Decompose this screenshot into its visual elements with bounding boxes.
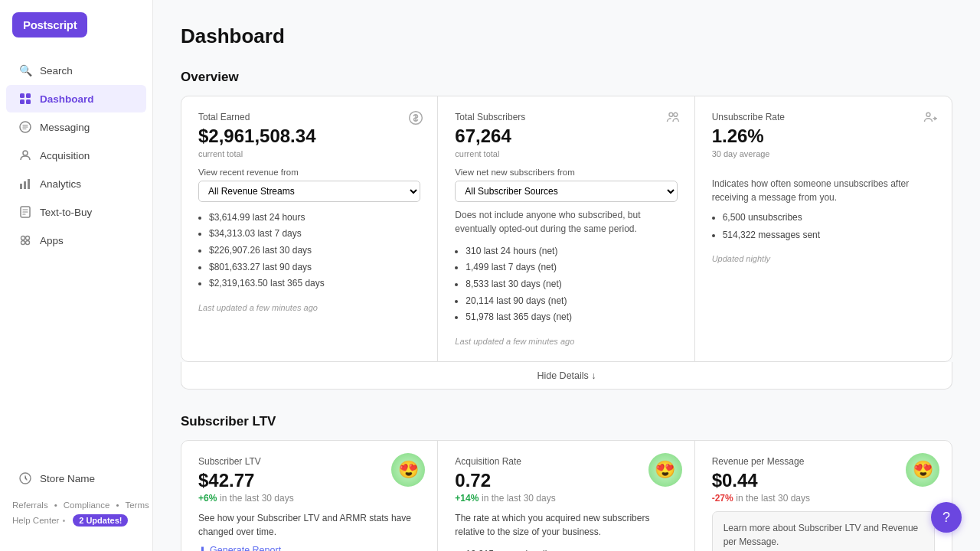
acquisition-rate-card: 😍 Acquisition Rate 0.72 +14% in the last… [438, 441, 694, 551]
acquisition-label: Acquisition Rate [455, 456, 677, 467]
apps-icon [18, 233, 32, 247]
svg-rect-0 [20, 93, 24, 98]
help-center-link[interactable]: Help Center [12, 516, 59, 525]
acquisition-change: +14% [455, 493, 479, 504]
rpm-change: -27% [712, 493, 733, 504]
svg-point-18 [926, 112, 930, 116]
unsubscribe-rate-card: Unsubscribe Rate 1.26% 30 day average In… [695, 96, 952, 361]
unsubscribe-sub: 30 day average [712, 149, 935, 158]
rpm-emoji: 😍 [906, 453, 939, 487]
rpm-change-period: in the last 30 days [736, 493, 810, 504]
list-item: 310 last 24 hours (net) [466, 243, 677, 260]
sidebar-item-text-to-buy[interactable]: Text-to-Buy [6, 198, 146, 226]
total-earned-list: $3,614.99 last 24 hours $34,313.03 last … [198, 210, 420, 292]
svg-point-12 [21, 241, 25, 245]
sidebar-item-search[interactable]: 🔍 Search [6, 57, 146, 84]
unsubscribe-value: 1.26% [712, 126, 935, 148]
main-content: Dashboard Overview Total Earned $2,961,5… [153, 0, 980, 551]
ltv-change: +6% [198, 493, 217, 504]
svg-point-11 [26, 236, 30, 240]
acquisition-value: 0.72 [455, 470, 677, 492]
svg-rect-7 [24, 181, 26, 189]
page-title: Dashboard [181, 24, 952, 48]
svg-rect-3 [26, 99, 31, 104]
dashboard-icon [18, 92, 32, 106]
list-item: $801,633.27 last 90 days [209, 259, 420, 276]
ltv-change-period: in the last 30 days [220, 493, 294, 504]
total-subscribers-sub: current total [455, 149, 677, 158]
unsubscribe-footer: Updated nightly [712, 254, 935, 263]
store-name-label: Store Name [40, 473, 95, 484]
revenue-streams-dropdown[interactable]: All Revenue Streams [198, 181, 420, 202]
compliance-link[interactable]: Compliance [64, 500, 110, 510]
sidebar-nav: 🔍 Search Dashboard Messaging Acquisition [0, 56, 152, 255]
logo-button[interactable]: Postscript [12, 12, 87, 37]
subscribers-note: Does not include anyone who subscribed, … [455, 208, 677, 236]
sidebar-item-label: Analytics [40, 178, 81, 190]
total-earned-label: Total Earned [198, 112, 420, 122]
list-item: $34,313.03 last 7 days [209, 226, 420, 243]
total-subscribers-value: 67,264 [455, 126, 677, 148]
acquisition-desc: The rate at which you acquired new subsc… [455, 511, 677, 539]
referrals-link[interactable]: Referrals [12, 500, 48, 510]
subscribers-icon [665, 110, 681, 129]
sidebar-item-dashboard[interactable]: Dashboard [6, 85, 146, 112]
hide-details-button[interactable]: Hide Details ↓ [537, 370, 596, 381]
total-earned-card: Total Earned $2,961,508.34 current total… [181, 96, 438, 361]
subscribers-footer: Last updated a few minutes ago [455, 337, 677, 346]
updates-badge[interactable]: 2 Updates! [73, 514, 128, 527]
logo-area: Postscript [0, 12, 152, 56]
ltv-card-label: Subscriber LTV [198, 456, 420, 467]
total-earned-sub: current total [198, 149, 420, 158]
svg-point-5 [23, 151, 28, 155]
acquisition-list: 10,915 new subscribers 15,058 overall Sh… [455, 546, 677, 551]
terms-link[interactable]: Terms [125, 500, 149, 510]
list-item: 1,499 last 7 days (net) [466, 259, 677, 276]
ltv-desc1: See how your Subscriber LTV and ARMR sta… [198, 511, 420, 539]
total-subscribers-label: Total Subscribers [455, 112, 677, 122]
total-earned-dropdown-label: View recent revenue from [198, 168, 420, 177]
learn-more-text: Learn more about Subscriber LTV and Reve… [724, 521, 923, 549]
search-icon: 🔍 [18, 64, 32, 77]
analytics-icon [18, 177, 32, 191]
rpm-label: Revenue per Message [712, 456, 935, 467]
revenue-per-message-card: 😍 Revenue per Message $0.44 -27% in the … [695, 441, 952, 551]
list-item: $3,614.99 last 24 hours [209, 210, 420, 227]
acquisition-icon [18, 148, 32, 162]
list-item: 514,322 messages sent [723, 227, 935, 244]
sidebar-item-apps[interactable]: Apps [6, 227, 146, 254]
subscriber-ltv-card: 😍 Subscriber LTV $42.77 +6% in the last … [181, 441, 438, 551]
sidebar-item-store[interactable]: Store Name [6, 465, 146, 492]
sidebar: Postscript 🔍 Search Dashboard Messaging … [0, 0, 153, 551]
list-item: 8,533 last 30 days (net) [466, 276, 677, 293]
ltv-card-grid: 😍 Subscriber LTV $42.77 +6% in the last … [181, 440, 952, 551]
svg-point-16 [669, 112, 673, 116]
sidebar-item-label: Acquisition [40, 150, 90, 161]
list-item: 6,500 unsubscribes [723, 209, 935, 227]
download-icon: ⬇ [198, 545, 207, 551]
learn-more-box: Learn more about Subscriber LTV and Reve… [712, 511, 935, 551]
list-item: 10,915 new subscribers [466, 546, 677, 551]
dollar-icon [408, 110, 423, 129]
svg-point-13 [26, 241, 30, 245]
subscriber-sources-dropdown[interactable]: All Subscriber Sources [455, 181, 677, 202]
list-item: $2,319,163.50 last 365 days [209, 276, 420, 292]
help-fab-button[interactable]: ? [931, 502, 962, 533]
sidebar-item-acquisition[interactable]: Acquisition [6, 142, 146, 169]
list-item: 20,114 last 90 days (net) [466, 293, 677, 310]
sidebar-item-analytics[interactable]: Analytics [6, 170, 146, 197]
rpm-value: $0.44 [712, 470, 935, 492]
list-item: $226,907.26 last 30 days [209, 243, 420, 259]
messaging-icon [18, 120, 32, 134]
sidebar-item-label: Apps [40, 235, 64, 246]
svg-point-17 [673, 112, 677, 116]
total-earned-footer: Last updated a few minutes ago [198, 303, 420, 312]
svg-rect-8 [28, 179, 30, 189]
store-icon [18, 471, 32, 485]
generate-report-button[interactable]: ⬇ Generate Report [198, 545, 281, 551]
svg-point-10 [21, 236, 25, 240]
ltv-card-value: $42.77 [198, 470, 420, 492]
subscribers-dropdown-label: View net new subscribers from [455, 168, 677, 177]
sidebar-item-messaging[interactable]: Messaging [6, 113, 146, 141]
unsubscribe-note: Indicates how often someone unsubscribes… [712, 177, 935, 204]
